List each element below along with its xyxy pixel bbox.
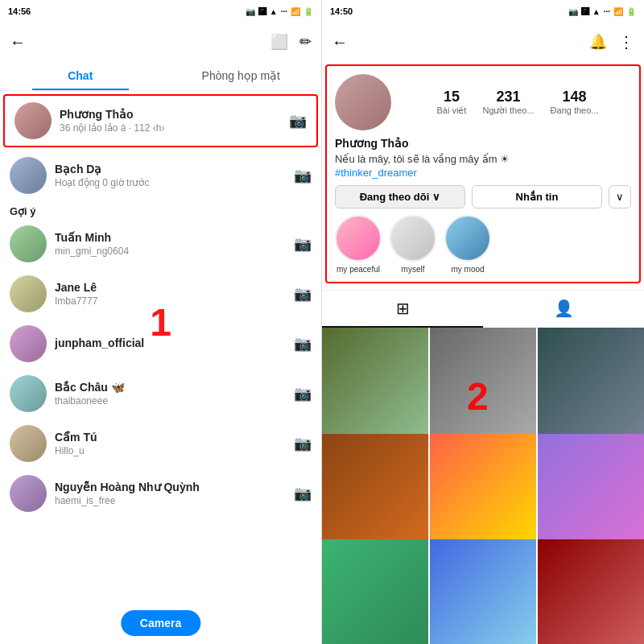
nav-tagged[interactable]: 👤 (483, 291, 644, 328)
chat-info-junpham: junpham_official (55, 336, 286, 351)
chat-name-junpham: junpham_official (55, 336, 286, 349)
chat-preview-bach-da: Hoạt động 0 giờ trước (55, 177, 286, 188)
camera-icon-bac-chau[interactable]: 📷 (294, 385, 312, 402)
story-label-peaceful: my peaceful (336, 265, 380, 274)
camera-icon-tuan-minh[interactable]: 📷 (294, 235, 312, 253)
camera-icon-nguyen-hoang[interactable]: 📷 (294, 485, 312, 502)
stat-following: 148 Đang theo... (551, 89, 599, 116)
photo-7[interactable] (322, 539, 428, 644)
stat-followers-label: Người theo... (482, 105, 534, 116)
photo-1[interactable] (322, 328, 428, 434)
chat-item-tuan-minh[interactable]: Tuấn Minh min_gmi_ng0604 📷 (0, 219, 321, 269)
tab-meet[interactable]: Phòng họp mặt (161, 61, 322, 90)
photo-9[interactable] (538, 539, 644, 644)
chat-item-bac-chau[interactable]: Bắc Châu 🦋 thaibaoneee 📷 (0, 369, 321, 419)
chat-preview-tuan-minh: min_gmi_ng0604 (55, 246, 286, 257)
avatar-bac-chau (10, 375, 47, 412)
photo-5[interactable] (430, 434, 536, 540)
chat-name-cam-tu: Cẩm Tú (55, 431, 286, 444)
story-label-mood: my mood (451, 265, 484, 274)
stories-row: my peaceful myself my mood (335, 215, 631, 274)
profile-stats: 15 Bài viết 231 Người theo... 148 Đang t… (404, 89, 631, 116)
camera-icon-jane-le[interactable]: 📷 (294, 285, 312, 303)
photo-3[interactable] (538, 328, 644, 434)
highlighted-chat-item[interactable]: Phương Thảo 36 nội lảo lảo á · 112 ‹h› 📷 (5, 96, 316, 146)
chat-item-junpham[interactable]: junpham_official 📷 (0, 319, 321, 369)
chat-info-cam-tu: Cẩm Tú Hillo_u (55, 431, 286, 456)
profile-header: 15 Bài viết 231 Người theo... 148 Đang t… (335, 74, 631, 130)
message-button[interactable]: Nhắn tin (472, 185, 602, 208)
right-time: 14:50 (330, 6, 353, 16)
chat-name-nguyen-hoang: Nguyễn Hoàng Như Quỳnh (55, 481, 286, 493)
edit-icon[interactable]: ✏ (299, 33, 312, 51)
highlighted-chat-preview: 36 nội lảo lảo á · 112 ‹h› (60, 122, 281, 134)
avatar-junpham (10, 325, 47, 362)
chat-preview-cam-tu: Hillo_u (55, 445, 286, 456)
profile-box: 15 Bài viết 231 Người theo... 148 Đang t… (325, 64, 641, 283)
profile-hashtag: #thinker_dreamer (335, 167, 631, 179)
camera-icon-highlighted[interactable]: 📷 (289, 112, 307, 130)
avatar-jane-le (10, 275, 47, 312)
left-panel: 14:56 📷 🅿 ▲ ··· 📶 🔋 ← ⬜ ✏ Chat Phòng họp… (0, 0, 322, 644)
chat-item-bach-da[interactable]: Bạch Dạ Hoạt động 0 giờ trước 📷 (0, 151, 321, 200)
camera-icon-bach-da[interactable]: 📷 (294, 167, 312, 184)
chat-info-tuan-minh: Tuấn Minh min_gmi_ng0604 (55, 231, 286, 257)
stat-followers: 231 Người theo... (482, 89, 534, 116)
chat-item-jane-le[interactable]: Jane Lê Imba7777 📷 (0, 269, 321, 319)
stat-posts: 15 Bài viết (436, 89, 466, 116)
chat-item-nguyen-hoang[interactable]: Nguyễn Hoàng Như Quỳnh haemi_is_free 📷 (0, 469, 321, 518)
left-status-bar: 14:56 📷 🅿 ▲ ··· 📶 🔋 (0, 0, 321, 23)
story-circle-mood (444, 215, 491, 262)
left-status-icons: 📷 🅿 ▲ ··· 📶 🔋 (246, 7, 313, 16)
story-circle-myself (390, 215, 436, 262)
avatar-cam-tu (10, 425, 47, 462)
profile-bio: Nếu là mây, tôi sẽ là vầng mây ấm ☀ (335, 153, 631, 165)
chat-preview-jane-le: Imba7777 (55, 295, 286, 307)
following-button[interactable]: Đang theo dõi ∨ (335, 185, 465, 208)
stat-followers-number: 231 (482, 89, 534, 105)
photo-2[interactable] (430, 328, 536, 434)
profile-name: Phương Thảo (335, 137, 631, 150)
avatar-tuan-minh (10, 225, 47, 262)
profile-avatar (335, 74, 391, 130)
video-icon[interactable]: ⬜ (270, 33, 288, 51)
right-status-bar: 14:50 📷 🅿 ▲ ··· 📶 🔋 (322, 0, 644, 23)
chat-info-nguyen-hoang: Nguyễn Hoàng Như Quỳnh haemi_is_free (55, 481, 286, 506)
chat-name-bac-chau: Bắc Châu 🦋 (55, 381, 286, 394)
story-item-mood[interactable]: my mood (444, 215, 491, 274)
avatar-nguyen-hoang (10, 475, 47, 512)
highlighted-avatar (14, 102, 52, 139)
camera-icon-junpham[interactable]: 📷 (294, 335, 312, 353)
right-back-button[interactable]: ← (332, 33, 348, 52)
chat-info-bach-da: Bạch Dạ Hoạt động 0 giờ trước (55, 163, 286, 188)
chat-name-jane-le: Jane Lê (55, 281, 286, 294)
photo-8[interactable] (430, 539, 536, 644)
profile-nav: ⊞ 👤 (322, 290, 644, 328)
nav-grid[interactable]: ⊞ (322, 291, 483, 328)
chat-preview-nguyen-hoang: haemi_is_free (55, 495, 286, 506)
stat-posts-label: Bài viết (436, 105, 466, 116)
chat-info-bac-chau: Bắc Châu 🦋 thaibaoneee (55, 381, 286, 407)
more-icon[interactable]: ⋮ (618, 32, 634, 52)
camera-icon-cam-tu[interactable]: 📷 (294, 435, 312, 452)
story-item-myself[interactable]: myself (390, 215, 436, 274)
chevron-down-icon-2: ∨ (616, 191, 624, 203)
highlighted-chat-box: Phương Thảo 36 nội lảo lảo á · 112 ‹h› 📷 (3, 94, 318, 147)
left-back-button[interactable]: ← (10, 33, 26, 52)
photo-4[interactable] (322, 434, 428, 540)
right-top-bar: ← 🔔 ⋮ (322, 23, 644, 61)
photo-6[interactable] (538, 434, 644, 540)
bell-icon[interactable]: 🔔 (589, 33, 607, 51)
chat-item-cam-tu[interactable]: Cẩm Tú Hillo_u 📷 (0, 419, 321, 469)
chat-name-tuan-minh: Tuấn Minh (55, 231, 286, 244)
chevron-down-icon: ∨ (432, 191, 440, 203)
left-top-bar: ← ⬜ ✏ (0, 23, 321, 61)
camera-bottom-button[interactable]: Camera (121, 610, 200, 636)
suggestions-label: Gợi ý (0, 200, 321, 219)
expand-button[interactable]: ∨ (609, 185, 631, 208)
stat-following-label: Đang theo... (551, 105, 599, 115)
avatar-bach-da (10, 157, 47, 194)
story-item-peaceful[interactable]: my peaceful (335, 215, 382, 274)
highlighted-chat-info: Phương Thảo 36 nội lảo lảo á · 112 ‹h› (60, 108, 281, 134)
tab-chat[interactable]: Chat (0, 61, 161, 90)
